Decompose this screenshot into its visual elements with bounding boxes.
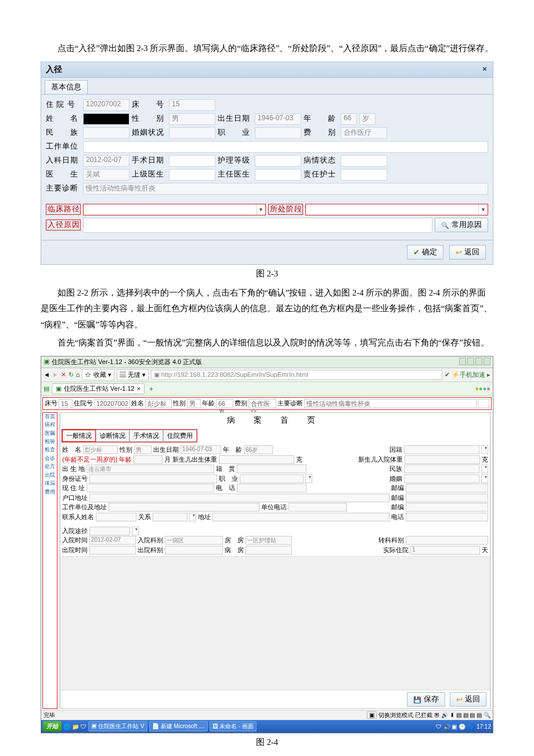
f-wp-l: 单位电话 <box>261 503 287 512</box>
f-outtime[interactable] <box>89 546 136 555</box>
taskbar-item-1[interactable]: 📄 新建 Microsoft … <box>149 721 208 732</box>
f-wa[interactable] <box>109 503 259 512</box>
f-zip3[interactable] <box>406 503 488 512</box>
home-icon[interactable]: ⌂ <box>76 371 80 378</box>
f-indept[interactable]: 一病区 <box>165 536 223 545</box>
field-nurse[interactable] <box>341 169 387 181</box>
nav-fav[interactable]: ☆ 收藏 ▾ <box>82 369 114 380</box>
back-button-2[interactable]: 返回 <box>450 692 486 707</box>
close-icon[interactable]: × <box>480 64 489 74</box>
taskbar-item-2[interactable]: 🖼 未命名 - 画面 <box>210 721 257 732</box>
f-inway-cb[interactable] <box>132 527 139 535</box>
f-nat-combo[interactable] <box>481 445 488 454</box>
ok-button[interactable]: 确定 <box>407 245 443 260</box>
field-nurse-level[interactable] <box>255 155 301 167</box>
f-nation[interactable] <box>404 465 479 473</box>
sidebar-item-3[interactable]: 检验 <box>43 438 57 445</box>
f-outdept[interactable] <box>165 546 223 555</box>
f-intime[interactable]: 2012-02-07 <box>89 536 136 545</box>
f-job-cb[interactable] <box>305 474 312 483</box>
browser-tab[interactable]: ▣住院医生工作站 Ver-1.12× <box>52 383 145 394</box>
save-button[interactable]: 保存 <box>407 692 445 707</box>
field-illness[interactable] <box>341 155 387 167</box>
tab-basic-info[interactable]: 基本信息 <box>45 80 88 94</box>
f-inway[interactable] <box>89 527 130 535</box>
f-rel[interactable] <box>153 513 187 521</box>
f-ward[interactable] <box>246 546 292 555</box>
f-phone[interactable] <box>237 484 306 492</box>
nav-seamless[interactable]: ▤ 无缝 ▾ <box>117 369 149 380</box>
sidebar-item-8[interactable]: 体温 <box>43 480 57 487</box>
f-cp[interactable] <box>406 513 488 521</box>
f-age[interactable]: 66岁 <box>244 445 273 454</box>
f-wp[interactable] <box>288 503 347 512</box>
f-addr[interactable] <box>86 484 214 492</box>
forward-icon[interactable]: ► <box>52 371 59 378</box>
subtab-operation[interactable]: 手术情况 <box>129 430 163 442</box>
back-button[interactable]: 返回 <box>449 245 486 260</box>
sidebar-item-2[interactable]: 医嘱 <box>43 430 57 437</box>
sidebar-item-9[interactable]: 费用 <box>43 488 57 496</box>
f-room[interactable]: 一区护理站 <box>246 536 292 545</box>
address-input[interactable]: ▣ http://192.168.1.223:8082/SupEmrIn/Sup… <box>151 370 442 380</box>
f-hk[interactable] <box>89 494 389 502</box>
window-controls[interactable] <box>458 358 490 366</box>
stop-icon[interactable]: ✕ <box>61 371 66 379</box>
restore-icon[interactable] <box>459 358 466 365</box>
f-job[interactable] <box>240 474 304 483</box>
f-nbw[interactable] <box>219 455 294 464</box>
sidebar-item-5[interactable]: 会诊 <box>43 455 57 462</box>
sidebar-item-6[interactable]: 处方 <box>43 463 57 470</box>
tab-dots[interactable]: ●●●● <box>475 385 490 392</box>
bookmark-bar-icon[interactable]: ▤ <box>44 385 49 393</box>
system-tray[interactable]: 🛡 🔊 ▣ 🕐 🔵 17:12 <box>436 723 491 730</box>
close-icon[interactable] <box>484 358 490 365</box>
f-nat[interactable] <box>404 445 479 454</box>
f-mar[interactable] <box>404 474 479 483</box>
accel-link[interactable]: ✔ ⚡手机加速 ▸ <box>445 370 490 379</box>
maximize-icon[interactable] <box>475 358 482 365</box>
f-agenote[interactable] <box>134 455 163 464</box>
minimize-icon[interactable] <box>467 358 474 365</box>
field-op-date[interactable] <box>169 155 215 167</box>
refresh-icon[interactable]: ↻ <box>68 371 74 379</box>
sidebar-item-1[interactable]: 病程 <box>43 421 57 429</box>
f-trans[interactable] <box>406 536 488 545</box>
f-zip[interactable] <box>406 484 488 492</box>
combo-stage[interactable]: ▼ <box>305 204 488 215</box>
f-nation-l: 民族 <box>389 465 402 473</box>
start-button[interactable]: 开始 <box>43 721 62 732</box>
f-bp[interactable]: 连云港市 <box>86 465 214 473</box>
subtab-general[interactable]: 一般情况 <box>62 430 96 442</box>
f-ct[interactable] <box>96 513 136 521</box>
f-name[interactable]: 彭少标 <box>83 445 118 454</box>
field-work-unit[interactable] <box>83 141 488 153</box>
new-tab-button[interactable]: ＋ <box>148 384 154 393</box>
f-zip2[interactable] <box>406 494 488 502</box>
f-sex[interactable]: 男 <box>134 445 151 454</box>
back-icon[interactable]: ◄ <box>44 371 50 378</box>
common-reason-button[interactable]: 常用原因 <box>435 218 488 232</box>
back-arrow-icon <box>456 695 463 704</box>
f-nbiw[interactable] <box>405 455 480 464</box>
f-ca[interactable] <box>212 513 389 521</box>
combo-clinical-path[interactable]: ▼ <box>83 204 266 215</box>
sidebar-item-7[interactable]: 出院 <box>43 471 57 479</box>
subtab-diagnosis[interactable]: 诊断情况 <box>96 430 129 442</box>
taskbar-item-0[interactable]: ▣ 住院医生工作站 V <box>88 721 147 732</box>
f-nation-cb[interactable] <box>481 465 488 473</box>
f-native[interactable] <box>237 465 306 473</box>
sidebar-item-4[interactable]: 检查 <box>43 446 57 453</box>
f-rel-cb[interactable] <box>189 513 196 521</box>
field-sup-doctor[interactable] <box>169 169 215 181</box>
f-birth[interactable]: 1946-07-03 <box>181 445 221 454</box>
quicklaunch-icons[interactable]: 🌐 📁 🛡 <box>63 723 86 730</box>
field-chief-doctor[interactable] <box>255 169 301 181</box>
f-days[interactable]: 1 <box>410 546 480 555</box>
f-mar-cb[interactable] <box>481 474 488 483</box>
sidebar-item-0[interactable]: 首页 <box>43 413 57 420</box>
subtab-fee[interactable]: 住院费用 <box>163 430 197 442</box>
f-id[interactable] <box>89 474 217 483</box>
field-reason[interactable] <box>83 218 432 233</box>
tab-close-icon[interactable]: × <box>137 385 140 392</box>
